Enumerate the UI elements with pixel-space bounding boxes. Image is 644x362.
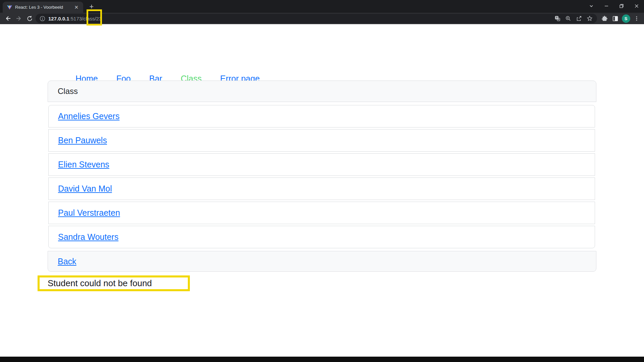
restore-icon[interactable] (614, 0, 629, 12)
vite-favicon-icon (7, 4, 12, 10)
site-info-icon[interactable] (40, 16, 45, 21)
back-icon[interactable] (3, 13, 13, 24)
url-path: :5173/class/23 (69, 16, 102, 21)
url-text[interactable]: 127.0.0.1:5173/class/23 (48, 16, 102, 21)
zoom-icon[interactable] (563, 14, 574, 23)
browser-tab[interactable]: React: Les 3 - Voorbeeld ✕ (3, 2, 83, 13)
window-controls (584, 0, 644, 12)
tab-title: React: Les 3 - Voorbeeld (15, 5, 73, 10)
list-item[interactable]: Paul Verstraeten (48, 202, 595, 224)
student-link[interactable]: Elien Stevens (58, 160, 109, 169)
back-link[interactable]: Back (58, 257, 76, 266)
student-link[interactable]: Paul Verstraeten (58, 208, 120, 218)
minimize-icon[interactable] (599, 0, 614, 12)
card-header-title: Class (58, 87, 78, 96)
student-link[interactable]: Annelies Gevers (58, 111, 119, 121)
share-icon[interactable] (574, 14, 584, 23)
tab-strip: React: Les 3 - Voorbeeld ✕ + (0, 0, 644, 13)
address-bar[interactable]: 127.0.0.1:5173/class/23 (36, 14, 597, 23)
side-panel-icon[interactable] (610, 14, 621, 23)
page-content: Home Foo Bar Class Error page Class Anne… (0, 24, 644, 357)
tab-search-chevron-icon[interactable] (584, 0, 599, 12)
class-card-footer: Back (48, 251, 596, 272)
list-item[interactable]: Annelies Gevers (48, 105, 595, 127)
reload-icon[interactable] (24, 13, 35, 24)
list-item[interactable]: Sandra Wouters (48, 226, 595, 248)
bookmark-star-icon[interactable] (584, 14, 595, 23)
new-tab-button[interactable]: + (87, 2, 96, 11)
list-item[interactable]: Ben Pauwels (48, 129, 595, 152)
forward-icon[interactable] (13, 13, 24, 24)
translate-icon[interactable] (552, 14, 563, 23)
list-item[interactable]: Elien Stevens (48, 153, 595, 176)
menu-kebab-icon[interactable] (631, 14, 642, 23)
student-link[interactable]: Sandra Wouters (58, 232, 118, 242)
browser-toolbar: 127.0.0.1:5173/class/23 (0, 13, 644, 24)
extensions-puzzle-icon[interactable] (599, 14, 610, 23)
student-not-found-message: Student could not be found (48, 278, 152, 289)
avatar-initial: S (622, 14, 630, 23)
student-list: Annelies Gevers Ben Pauwels Elien Steven… (48, 105, 595, 248)
list-item[interactable]: David Van Mol (48, 177, 595, 200)
close-window-icon[interactable] (629, 0, 644, 12)
url-host: 127.0.0.1 (48, 16, 69, 21)
tab-close-icon[interactable]: ✕ (73, 4, 80, 10)
student-link[interactable]: Ben Pauwels (58, 136, 107, 145)
class-card-header: Class (48, 81, 596, 102)
student-link[interactable]: David Van Mol (58, 184, 112, 194)
bottom-black-bar (0, 357, 644, 362)
profile-avatar[interactable]: S (621, 14, 631, 23)
